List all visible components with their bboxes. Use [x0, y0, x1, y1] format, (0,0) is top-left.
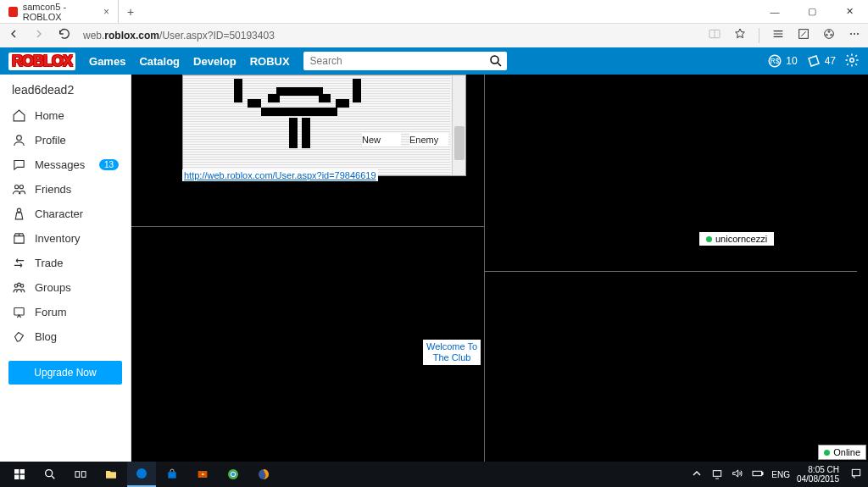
svg-point-9: [491, 56, 498, 64]
share-icon[interactable]: [822, 27, 836, 44]
svg-point-19: [18, 283, 21, 286]
friend-name: unicorncezzi: [715, 234, 767, 244]
svg-point-16: [17, 208, 20, 212]
taskbar-search[interactable]: [36, 462, 64, 487]
search-wrap: [303, 52, 507, 70]
sidebar-messages[interactable]: Messages13: [0, 152, 131, 177]
tray-lang[interactable]: ENG: [771, 470, 790, 479]
reading-view-icon[interactable]: [708, 27, 721, 44]
roblox-favicon: [8, 7, 18, 17]
svg-point-25: [46, 470, 53, 477]
sidebar-username[interactable]: lead6dead2: [0, 80, 131, 103]
svg-rect-27: [81, 472, 86, 478]
nav-robux[interactable]: ROBUX: [250, 55, 290, 68]
sidebar-blog[interactable]: Blog: [0, 324, 131, 349]
back-button[interactable]: [7, 27, 20, 44]
messages-badge: 13: [99, 159, 119, 170]
svg-point-12: [850, 58, 854, 62]
more-icon[interactable]: [848, 27, 861, 44]
svg-rect-29: [168, 472, 175, 478]
svg-point-14: [15, 185, 19, 189]
sidebar-home[interactable]: Home: [0, 103, 131, 128]
online-status[interactable]: Online: [818, 445, 866, 460]
close-tab-icon[interactable]: ×: [103, 6, 109, 18]
tix-balance[interactable]: 47: [806, 53, 836, 69]
url-text[interactable]: web.roblox.com/User.aspx?ID=50193403: [83, 30, 696, 42]
nav-games[interactable]: Games: [89, 55, 125, 68]
search-input[interactable]: [303, 52, 507, 70]
svg-text:R$: R$: [771, 58, 780, 65]
divider: [484, 75, 485, 462]
taskbar-firefox[interactable]: [249, 462, 278, 487]
svg-rect-24: [20, 475, 25, 479]
taskbar-edge[interactable]: [127, 462, 156, 487]
minimize-button[interactable]: —: [756, 0, 793, 23]
sidebar-forum[interactable]: Forum: [0, 300, 131, 324]
new-tab-button[interactable]: +: [119, 0, 142, 23]
roblox-logo[interactable]: ROBLOX: [8, 53, 75, 70]
svg-point-3: [828, 30, 830, 32]
welcome-label[interactable]: Welcome To The Club: [423, 340, 481, 365]
hub-icon[interactable]: [771, 27, 785, 44]
start-button[interactable]: [5, 462, 34, 487]
sidebar-profile[interactable]: Profile: [0, 128, 131, 152]
close-window-button[interactable]: ✕: [831, 0, 868, 23]
maximize-button[interactable]: ▢: [793, 0, 831, 23]
upgrade-button[interactable]: Upgrade Now: [8, 361, 122, 385]
task-view[interactable]: [66, 462, 95, 487]
blurb-scrollbar[interactable]: [452, 75, 465, 175]
profile-link[interactable]: http://web.roblox.com/User.aspx?id=79846…: [182, 169, 378, 181]
refresh-button[interactable]: [58, 27, 71, 44]
forward-button[interactable]: [32, 27, 46, 44]
tray-clock[interactable]: 8:05 CH 04/08/2015: [797, 465, 843, 484]
divider: [484, 271, 857, 272]
robux-count: 10: [786, 55, 797, 67]
svg-rect-37: [762, 473, 763, 475]
tray-battery-icon[interactable]: [751, 467, 765, 482]
window-titlebar: samcon5 - ROBLOX × + — ▢ ✕: [0, 0, 868, 24]
taskbar-video[interactable]: [188, 462, 217, 487]
svg-rect-35: [714, 471, 721, 477]
sidebar-inventory[interactable]: Inventory: [0, 226, 131, 251]
sidebar-character[interactable]: Character: [0, 202, 131, 226]
friend-chip[interactable]: unicorncezzi: [699, 232, 774, 246]
nav-develop[interactable]: Develop: [193, 55, 236, 68]
svg-point-4: [826, 34, 827, 36]
address-bar: web.roblox.com/User.aspx?ID=50193403: [0, 24, 868, 47]
nav-catalog[interactable]: Catalog: [139, 55, 180, 68]
tray-volume-icon[interactable]: [731, 467, 744, 482]
search-icon[interactable]: [488, 53, 504, 72]
sidebar-trade[interactable]: Trade: [0, 251, 131, 275]
sidebar: lead6dead2 Home Profile Messages13 Frien…: [0, 75, 131, 462]
online-dot-icon: [824, 450, 830, 456]
svg-rect-21: [14, 469, 19, 473]
roblox-nav: ROBLOX Games Catalog Develop ROBUX R$ 10…: [0, 47, 868, 75]
settings-icon[interactable]: [844, 53, 860, 70]
svg-point-7: [854, 33, 855, 35]
tray-expand-icon[interactable]: [690, 467, 704, 482]
svg-point-13: [17, 136, 22, 141]
taskbar-explorer[interactable]: [97, 462, 125, 487]
separator: [759, 28, 760, 43]
sidebar-friends[interactable]: Friends: [0, 177, 131, 202]
webnote-icon[interactable]: [797, 27, 810, 44]
taskbar-store[interactable]: [158, 462, 186, 487]
svg-point-15: [19, 185, 23, 189]
taskbar: ENG 8:05 CH 04/08/2015: [0, 462, 868, 487]
new-label: New: [362, 133, 401, 147]
tray-network-icon[interactable]: [710, 467, 724, 482]
svg-rect-20: [14, 308, 24, 316]
robux-balance[interactable]: R$ 10: [767, 53, 797, 69]
svg-rect-38: [852, 469, 860, 475]
favorite-icon[interactable]: [733, 27, 747, 44]
svg-point-28: [136, 468, 147, 479]
svg-rect-36: [753, 471, 762, 475]
tab-title: samcon5 - ROBLOX: [23, 2, 98, 22]
tray-notifications-icon[interactable]: [849, 467, 863, 482]
divider: [131, 226, 484, 227]
browser-tab[interactable]: samcon5 - ROBLOX ×: [0, 0, 119, 23]
taskbar-chrome[interactable]: [219, 462, 248, 487]
sidebar-groups[interactable]: Groups: [0, 275, 131, 300]
svg-rect-26: [75, 472, 80, 478]
svg-point-8: [857, 33, 859, 35]
